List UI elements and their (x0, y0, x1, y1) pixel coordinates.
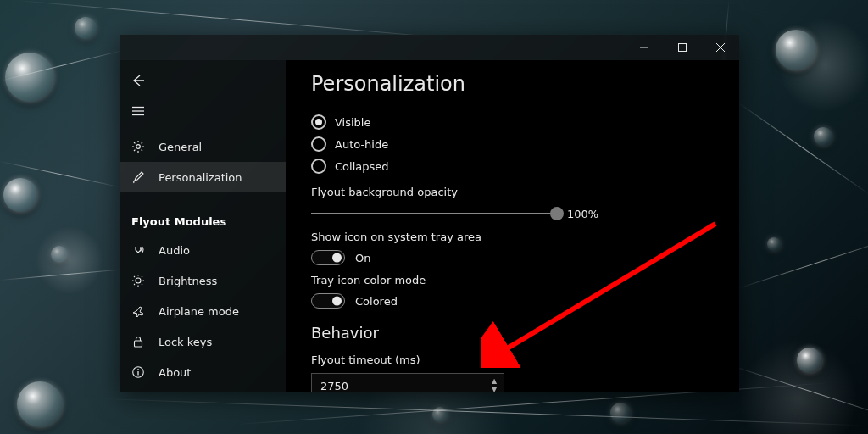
airplane-icon (131, 304, 145, 318)
svg-point-8 (136, 278, 141, 283)
toggle-knob-icon (332, 253, 342, 263)
radio-collapsed[interactable]: Collapsed (311, 155, 714, 177)
radio-label: Auto-hide (335, 138, 388, 151)
decorative-thread (737, 236, 868, 289)
decorative-dewdrop (17, 381, 63, 427)
sidebar-item-about[interactable]: About (120, 357, 286, 387)
decorative-dewdrop (814, 127, 832, 146)
decorative-dewdrop (610, 403, 631, 423)
decorative-thread (17, 0, 456, 39)
audio-icon (131, 243, 145, 257)
spinbox-value: 2750 (312, 380, 485, 392)
sidebar-item-personalization[interactable]: Personalization (120, 162, 286, 192)
sidebar-section-title: Flyout Modules (120, 203, 286, 235)
hamburger-button[interactable] (120, 96, 159, 126)
radio-auto-hide[interactable]: Auto-hide (311, 133, 714, 155)
radio-indicator-icon (311, 136, 326, 152)
tray-color-label: Tray icon color mode (311, 274, 714, 287)
decorative-thread (0, 50, 124, 81)
spinbox-steppers[interactable]: ▲ ▼ (485, 374, 504, 392)
sidebar-item-lock-keys[interactable]: Lock keys (120, 326, 286, 357)
sidebar-item-label: Personalization (159, 171, 242, 184)
chevron-down-icon[interactable]: ▼ (492, 387, 497, 392)
tray-color-toggle[interactable] (311, 293, 345, 309)
minimize-button[interactable] (625, 35, 663, 60)
svg-point-12 (137, 369, 139, 370)
svg-rect-9 (135, 341, 142, 347)
sidebar-item-label: Brightness (159, 275, 217, 287)
radio-label: Collapsed (335, 160, 389, 173)
decorative-dewdrop (51, 246, 68, 263)
decorative-dewdrop (797, 348, 822, 373)
chevron-up-icon[interactable]: ▲ (492, 378, 497, 385)
gear-icon (131, 140, 145, 153)
content-scroll-region[interactable]: Personalization Visible Auto-hide Collap… (286, 60, 739, 392)
info-icon (131, 365, 145, 379)
decorative-thread (102, 398, 864, 426)
sidebar-item-airplane-mode[interactable]: Airplane mode (120, 296, 286, 326)
decorative-dewdrop (767, 237, 781, 251)
decorative-thread (729, 364, 868, 420)
opacity-label: Flyout background opacity (311, 186, 714, 198)
radio-indicator-icon (311, 159, 326, 174)
sidebar-item-general[interactable]: General (120, 131, 286, 162)
toggle-state-text: Colored (355, 295, 398, 308)
decorative-thread (0, 161, 120, 187)
timeout-label: Flyout timeout (ms) (311, 353, 714, 366)
sidebar-item-label: Lock keys (159, 336, 212, 348)
sidebar-item-label: Audio (159, 244, 190, 257)
hamburger-icon (131, 104, 145, 118)
content-pane: Personalization Visible Auto-hide Collap… (286, 60, 739, 392)
tray-icon-label: Show icon on system tray area (311, 231, 714, 243)
decorative-dewdrop (776, 30, 816, 70)
flyout-timeout-spinbox[interactable]: 2750 ▲ ▼ (311, 373, 504, 392)
decorative-dewdrop (5, 53, 54, 102)
sidebar-item-audio[interactable]: Audio (120, 235, 286, 265)
sidebar-item-brightness[interactable]: Brightness (120, 265, 286, 296)
decorative-dewdrop (75, 17, 97, 39)
radio-visible[interactable]: Visible (311, 111, 714, 133)
navigation-sidebar: General Personalization Flyout Modules A… (120, 60, 286, 392)
brightness-icon (131, 274, 145, 287)
desktop-background: General Personalization Flyout Modules A… (0, 0, 868, 434)
radio-label: Visible (335, 116, 370, 129)
slider-fill (311, 213, 557, 214)
page-title: Personalization (311, 72, 714, 96)
tray-icon-toggle[interactable] (311, 250, 345, 265)
svg-point-7 (136, 145, 141, 149)
decorative-dewdrop (3, 178, 37, 212)
sidebar-item-label: About (159, 366, 191, 379)
settings-app-window: General Personalization Flyout Modules A… (120, 35, 739, 392)
decorative-thread (0, 269, 126, 281)
sidebar-divider (131, 198, 274, 198)
svg-rect-1 (678, 44, 686, 52)
titlebar[interactable] (120, 35, 739, 60)
toggle-knob-icon (332, 297, 342, 306)
decorative-dewdrop (432, 407, 448, 422)
maximize-button[interactable] (663, 35, 701, 60)
opacity-slider[interactable] (311, 205, 557, 222)
radio-indicator-icon (311, 114, 326, 130)
back-arrow-icon (131, 74, 145, 87)
behavior-heading: Behavior (311, 324, 714, 342)
decorative-thread (737, 102, 868, 195)
toggle-state-text: On (355, 252, 370, 264)
opacity-value: 100% (567, 208, 598, 220)
lock-icon (131, 335, 145, 348)
sidebar-item-label: General (159, 141, 202, 153)
sidebar-item-label: Airplane mode (159, 305, 239, 318)
back-button[interactable] (120, 65, 159, 96)
slider-thumb-icon[interactable] (550, 207, 564, 220)
close-button[interactable] (701, 35, 739, 60)
brush-icon (131, 170, 145, 184)
